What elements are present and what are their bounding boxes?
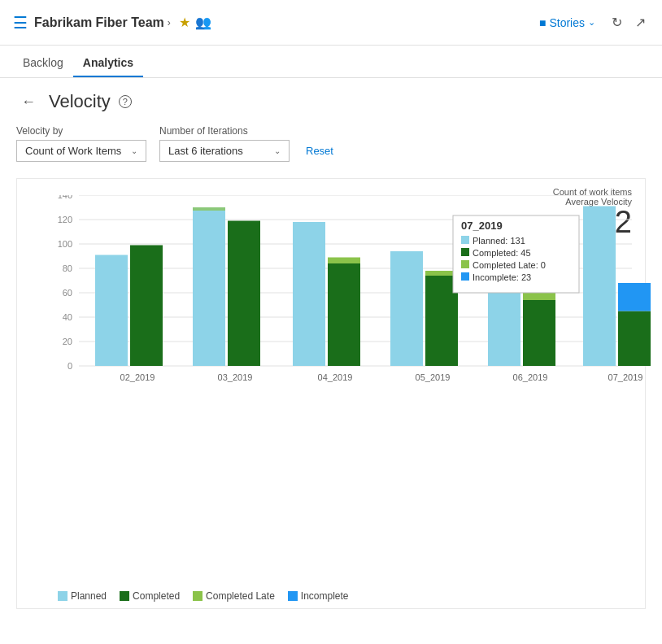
team-members-icon[interactable]: 👥 [195,15,211,30]
stories-dropdown-btn[interactable]: ■ Stories ⌄ [533,13,602,33]
svg-text:03_2019: 03_2019 [218,372,253,382]
iterations-label: Number of Iterations [159,125,290,137]
legend-incomplete-label: Incomplete [301,590,349,602]
svg-text:80: 80 [63,263,72,273]
svg-text:Planned: 131: Planned: 131 [473,236,525,246]
velocity-by-value: Count of Work Items [25,145,121,157]
svg-text:60: 60 [63,288,72,298]
team-chevron-icon[interactable]: › [168,17,171,28]
bar-04-completed [328,263,360,366]
svg-text:05_2019: 05_2019 [416,372,451,382]
bar-05-planned [390,251,423,366]
legend-planned-box [58,591,68,601]
legend-completed-late-label: Completed Late [206,590,275,602]
bar-07-incomplete [618,283,651,311]
bar-03-planned [193,207,225,366]
svg-rect-23 [461,236,469,244]
bar-07-planned [583,207,616,367]
help-icon[interactable]: ? [119,95,132,108]
velocity-by-control: Velocity by Count of Work Items ⌄ [16,125,146,162]
favorite-star-icon[interactable]: ★ [179,15,190,30]
refresh-btn[interactable]: ↻ [608,11,625,33]
controls: Velocity by Count of Work Items ⌄ Number… [16,125,646,162]
legend-completed: Completed [120,590,180,602]
tab-backlog[interactable]: Backlog [13,50,73,77]
legend-completed-late: Completed Late [193,590,275,602]
legend-planned: Planned [58,590,107,602]
svg-rect-25 [461,248,469,256]
app-icon: ☰ [13,13,28,33]
team-name: Fabrikam Fiber Team [34,15,164,30]
svg-text:Completed: 45: Completed: 45 [473,248,531,258]
iterations-dropdown[interactable]: Last 6 iterations ⌄ [159,140,290,162]
iterations-value: Last 6 iterations [168,145,243,157]
svg-text:07_2019: 07_2019 [608,372,643,382]
velocity-by-chevron-icon: ⌄ [131,146,137,155]
svg-text:04_2019: 04_2019 [318,372,353,382]
reset-button[interactable]: Reset [303,141,337,161]
velocity-chart: 140 120 100 80 60 40 20 0 02_2019 [58,195,662,545]
expand-btn[interactable]: ↗ [632,11,649,33]
stories-label: Stories [549,16,585,29]
stories-chevron-icon: ⌄ [588,17,595,28]
legend-completed-box [120,591,129,601]
svg-rect-29 [461,272,469,281]
svg-text:06_2019: 06_2019 [513,372,548,382]
legend-planned-label: Planned [71,590,107,602]
app-header: ☰ Fabrikam Fiber Team › ★ 👥 ■ Stories ⌄ … [0,0,662,46]
svg-rect-27 [461,260,469,268]
svg-text:140: 140 [58,195,72,200]
svg-text:07_2019: 07_2019 [461,220,503,232]
svg-text:20: 20 [63,337,72,346]
svg-text:120: 120 [58,215,72,224]
page-title: Velocity [49,91,111,112]
legend-incomplete: Incomplete [288,590,349,602]
bar-07-completed [618,311,651,367]
bar-03-completed [228,221,260,367]
legend-incomplete-box [288,591,298,601]
back-button[interactable]: ← [16,92,41,112]
chart-area: Count of work items Average Velocity 92 … [16,178,646,609]
bar-04-planned [293,222,325,366]
iterations-chevron-icon: ⌄ [274,146,281,155]
chart-legend: Planned Completed Completed Late Incompl… [58,590,349,602]
tab-analytics[interactable]: Analytics [73,50,143,77]
bar-03-completed-late [193,207,225,211]
velocity-by-label: Velocity by [16,125,146,137]
svg-text:0: 0 [68,361,72,371]
svg-text:40: 40 [63,312,72,322]
page-header: ← Velocity ? [16,91,646,112]
legend-completed-late-box [193,591,203,601]
bar-02-planned [95,255,128,367]
velocity-by-dropdown[interactable]: Count of Work Items ⌄ [16,140,146,162]
nav-tabs: Backlog Analytics [0,46,662,78]
iterations-control: Number of Iterations Last 6 iterations ⌄ [159,125,290,162]
bar-04-completed-late [328,258,360,264]
stories-icon: ■ [539,16,546,29]
page-content: ← Velocity ? Velocity by Count of Work I… [0,78,662,622]
svg-text:02_2019: 02_2019 [120,372,155,382]
bar-06-completed [523,300,555,366]
svg-text:100: 100 [58,239,72,249]
svg-text:Completed Late: 0: Completed Late: 0 [473,260,546,270]
legend-completed-label: Completed [133,590,180,602]
svg-text:Incomplete: 23: Incomplete: 23 [473,272,531,282]
header-right: ■ Stories ⌄ ↻ ↗ [533,11,649,33]
bar-02-completed [130,246,163,367]
